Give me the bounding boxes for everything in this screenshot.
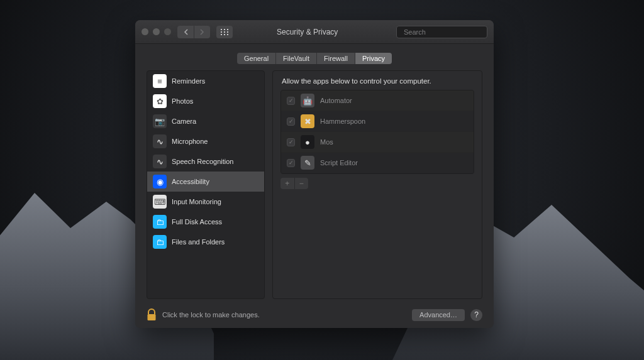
remove-app-button[interactable]: − bbox=[295, 178, 309, 189]
zoom-window-button[interactable] bbox=[164, 28, 171, 35]
titlebar: Security & Privacy bbox=[135, 20, 494, 44]
tab-firewall[interactable]: Firewall bbox=[317, 53, 355, 64]
sidebar-item-input-monitoring[interactable]: ⌨Input Monitoring bbox=[147, 192, 264, 212]
camera-icon: 📷 bbox=[153, 114, 167, 128]
sidebar-item-accessibility[interactable]: ◉Accessibility bbox=[147, 172, 264, 192]
sidebar-item-label: Full Disk Access bbox=[172, 218, 222, 226]
minimize-window-button[interactable] bbox=[153, 28, 160, 35]
sidebar-item-label: Accessibility bbox=[172, 178, 209, 185]
microphone-icon: ∿ bbox=[153, 134, 167, 148]
mos-icon: ● bbox=[301, 135, 314, 149]
detail-heading: Allow the apps below to control your com… bbox=[280, 77, 474, 90]
svg-rect-5 bbox=[227, 31, 228, 33]
svg-rect-8 bbox=[227, 34, 228, 35]
sidebar-item-label: Speech Recognition bbox=[172, 158, 233, 165]
svg-rect-4 bbox=[224, 31, 225, 33]
grid-icon bbox=[221, 29, 228, 35]
help-button[interactable]: ? bbox=[470, 309, 482, 321]
tab-filevault[interactable]: FileVault bbox=[276, 53, 317, 64]
svg-rect-6 bbox=[221, 34, 222, 35]
lock-hint-text: Click the lock to make changes. bbox=[162, 311, 260, 319]
show-all-button[interactable] bbox=[216, 26, 233, 38]
sidebar-item-label: Photos bbox=[172, 97, 193, 105]
sidebar-item-label: Camera bbox=[172, 117, 196, 125]
app-permission-list[interactable]: ✓🤖Automator✓✖Hammerspoon✓●Mos✓✎Script Ed… bbox=[280, 90, 474, 174]
speech-recognition-icon: ∿ bbox=[153, 155, 167, 168]
app-checkbox[interactable]: ✓ bbox=[287, 97, 295, 105]
advanced-button[interactable]: Advanced… bbox=[412, 309, 465, 321]
svg-rect-1 bbox=[224, 29, 225, 30]
script-editor-icon: ✎ bbox=[301, 156, 314, 170]
footer: Click the lock to make changes. Advanced… bbox=[135, 307, 494, 328]
input-monitoring-icon: ⌨ bbox=[153, 195, 167, 209]
chevron-right-icon bbox=[200, 29, 204, 35]
sidebar-item-speech-recognition[interactable]: ∿Speech Recognition bbox=[147, 151, 264, 172]
app-name-label: Hammerspoon bbox=[320, 117, 365, 125]
svg-rect-7 bbox=[224, 34, 225, 35]
svg-rect-0 bbox=[221, 29, 222, 30]
sidebar-item-label: Reminders bbox=[172, 77, 205, 85]
app-row-script-editor[interactable]: ✓✎Script Editor bbox=[281, 153, 474, 173]
app-row-hammerspoon[interactable]: ✓✖Hammerspoon bbox=[281, 111, 474, 132]
tab-bar: GeneralFileVaultFirewallPrivacy bbox=[135, 44, 494, 70]
lock-icon[interactable] bbox=[147, 308, 157, 321]
app-checkbox[interactable]: ✓ bbox=[287, 138, 295, 146]
photos-icon: ✿ bbox=[153, 94, 167, 108]
sidebar-item-photos[interactable]: ✿Photos bbox=[147, 91, 264, 111]
app-row-mos[interactable]: ✓●Mos bbox=[281, 132, 474, 153]
app-name-label: Mos bbox=[320, 138, 333, 146]
nav-buttons bbox=[177, 26, 210, 38]
reminders-icon: ≡ bbox=[153, 74, 167, 88]
app-name-label: Script Editor bbox=[320, 159, 358, 166]
add-remove-segmented-control: + − bbox=[280, 178, 308, 189]
preferences-window: Security & Privacy GeneralFileVaultFirew… bbox=[135, 20, 494, 328]
chevron-left-icon bbox=[184, 29, 188, 35]
sidebar-item-label: Files and Folders bbox=[172, 238, 225, 246]
app-checkbox[interactable]: ✓ bbox=[287, 117, 295, 126]
search-input[interactable] bbox=[404, 28, 491, 36]
files-and-folders-icon: 🗀 bbox=[153, 235, 167, 249]
tab-privacy[interactable]: Privacy bbox=[355, 53, 392, 64]
window-controls bbox=[142, 28, 171, 35]
tab-general[interactable]: General bbox=[237, 53, 276, 64]
window-title: Security & Privacy bbox=[277, 28, 338, 36]
forward-button[interactable] bbox=[194, 26, 210, 38]
hammerspoon-icon: ✖ bbox=[301, 114, 314, 128]
svg-rect-11 bbox=[148, 314, 156, 320]
sidebar-item-camera[interactable]: 📷Camera bbox=[147, 111, 264, 131]
svg-rect-3 bbox=[221, 31, 222, 33]
add-app-button[interactable]: + bbox=[280, 178, 295, 189]
automator-icon: 🤖 bbox=[301, 94, 314, 107]
sidebar-item-microphone[interactable]: ∿Microphone bbox=[147, 131, 264, 151]
sidebar-item-label: Input Monitoring bbox=[172, 198, 221, 205]
sidebar-item-files-and-folders[interactable]: 🗀Files and Folders bbox=[147, 232, 264, 252]
privacy-category-sidebar[interactable]: ≡Reminders✿Photos📷Camera∿Microphone∿Spee… bbox=[147, 70, 265, 299]
sidebar-item-reminders[interactable]: ≡Reminders bbox=[147, 71, 264, 91]
app-checkbox[interactable]: ✓ bbox=[287, 159, 295, 167]
close-window-button[interactable] bbox=[142, 28, 148, 35]
app-name-label: Automator bbox=[320, 97, 352, 104]
accessibility-icon: ◉ bbox=[153, 175, 167, 188]
full-disk-access-icon: 🗀 bbox=[153, 215, 167, 229]
svg-rect-2 bbox=[227, 29, 228, 30]
app-row-automator[interactable]: ✓🤖Automator bbox=[281, 90, 474, 111]
sidebar-item-full-disk-access[interactable]: 🗀Full Disk Access bbox=[147, 212, 264, 232]
search-field-container[interactable] bbox=[396, 26, 487, 38]
sidebar-item-label: Microphone bbox=[172, 138, 208, 145]
back-button[interactable] bbox=[177, 26, 194, 38]
privacy-detail-pane: Allow the apps below to control your com… bbox=[272, 70, 482, 299]
